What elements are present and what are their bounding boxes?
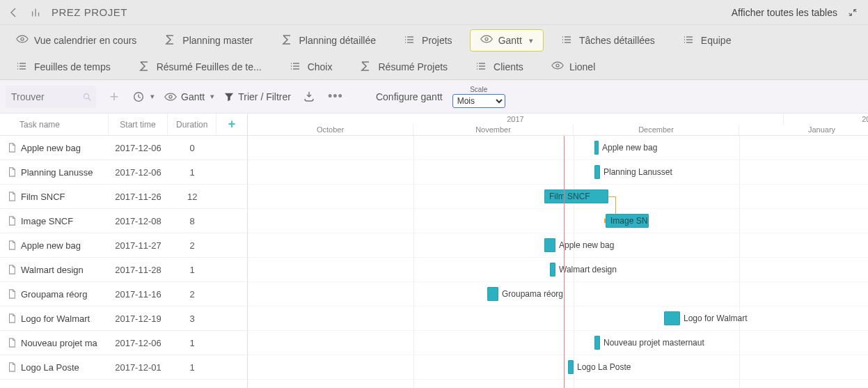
table-row[interactable]: Logo La Poste2017-12-011 [0,355,247,380]
table-row[interactable]: Apple new bag2017-12-060 [0,136,247,160]
chevron-down-icon: ▾ [529,36,533,45]
gantt-bar[interactable]: Nouveau projet masternaut [594,336,600,350]
tab-label: Feuilles de temps [34,61,111,72]
add-column-icon[interactable]: + [228,117,236,132]
tab-label: Vue calendrier en cours [34,35,136,46]
file-icon [7,167,17,177]
scale-select[interactable]: Mois [452,94,505,108]
tab-feuilles-temps[interactable]: Feuilles de temps [6,56,121,78]
tab-clients[interactable]: Clients [465,56,534,78]
file-icon [7,192,17,201]
task-duration: 1 [168,167,216,178]
task-duration: 1 [168,362,216,373]
tab-resume-feuilles[interactable]: Résumé Feuilles de te... [128,56,272,78]
gantt-bar[interactable]: Walmart design [550,263,555,277]
list-icon [290,61,302,73]
view-picker[interactable]: Gantt ▾ [164,91,214,102]
tab-vue-calendrier[interactable]: Vue calendrier en cours [6,29,147,52]
timeline-month: January [739,125,868,136]
task-table-header: Task name Start time Duration + [0,114,247,136]
gantt-row[interactable]: Walmart design [248,258,868,282]
task-name: Apple new bag [21,143,81,153]
gantt-bar[interactable]: Apple new bag [594,141,599,155]
collapse-icon[interactable] [844,4,861,21]
task-name: Logo for Walmart [21,313,90,324]
gantt-bar[interactable]: Image SNCF [606,214,649,228]
add-button[interactable]: + [106,88,123,105]
eye-icon [551,61,564,73]
gantt-body[interactable]: Apple new bagPlanning LanussetFilm SNCFI… [248,136,868,388]
tab-planning-detail[interactable]: Planning détaillée [271,29,387,52]
col-header-add: + [216,114,247,135]
gantt-row[interactable]: Planning Lanusset [248,160,868,185]
tab-equipe[interactable]: Equipe [672,29,742,52]
tab-lionel[interactable]: Lionel [541,56,606,78]
gantt-bar-label: Image SNCF [606,216,648,226]
tab-resume-projets[interactable]: Résumé Projets [349,56,458,78]
table-row[interactable]: Groupama réorg2017-11-162 [0,282,247,306]
col-header-name[interactable]: Task name [0,114,109,135]
gantt-main: Task name Start time Duration + Apple ne… [0,114,868,388]
search-input[interactable] [6,86,96,108]
gantt-row[interactable]: Film SNCF [248,185,868,209]
gantt-row[interactable]: Logo for Walmart [248,306,868,331]
gantt-row[interactable]: Apple new bag [248,136,868,160]
task-name: Apple new bag [21,240,81,251]
tab-gantt[interactable]: Gantt▾ [470,29,544,52]
sigma-icon [281,34,294,47]
sigma-icon [360,61,372,73]
view-picker-label: Gantt [181,91,205,102]
back-button[interactable] [7,7,21,18]
tab-planning-master[interactable]: Planning master [154,29,263,52]
show-all-tables-link[interactable]: Afficher toutes les tables [732,7,837,18]
gantt-row[interactable]: Groupama réorg [248,282,868,306]
gantt-bar-label: Apple new bag [602,143,657,153]
task-start: 2017-12-19 [109,313,168,324]
gantt-bar-label: Walmart design [559,265,617,274]
gantt-bar[interactable]: Logo La Poste [568,360,574,374]
tab-taches-detail[interactable]: Tâches détaillées [551,29,665,52]
bar-chart-icon[interactable] [28,4,45,21]
tab-choix[interactable]: Choix [279,56,343,78]
svg-point-3 [21,38,24,40]
gantt-row[interactable]: Image SNCF [248,209,868,233]
configure-gantt-button[interactable]: Configure gantt [376,91,443,102]
list-icon [16,61,29,73]
task-name: Image SNCF [21,216,73,226]
file-icon [7,143,17,153]
gantt-row[interactable]: Nouveau projet masternaut [248,331,868,355]
col-header-start[interactable]: Start time [109,114,168,135]
gantt-bar[interactable]: Logo for Walmart [664,311,680,325]
task-table: Task name Start time Duration + Apple ne… [0,114,248,388]
table-row[interactable]: Film SNCF2017-11-2612 [0,185,247,209]
more-icon[interactable]: ••• [327,88,344,105]
table-row[interactable]: Planning Lanusse2017-12-061 [0,160,247,185]
download-icon[interactable] [301,88,317,105]
view-tabs: Vue calendrier en coursPlanning masterPl… [0,25,868,80]
tab-projets[interactable]: Projets [393,29,463,52]
tab-label: Equipe [701,35,732,46]
tab-label: Résumé Projets [378,61,448,72]
table-row[interactable]: Nouveau projet ma2017-12-061 [0,331,247,355]
gantt-bar-label: Groupama réorg [502,289,563,299]
task-start: 2017-12-06 [109,167,168,178]
history-button[interactable]: ▾ [132,91,155,103]
gantt-bar[interactable]: Film SNCF [544,189,608,203]
table-row[interactable]: Apple new bag2017-11-272 [0,233,247,258]
gantt-row[interactable]: Apple new bag [248,233,868,258]
task-start: 2017-11-28 [109,265,168,275]
sort-filter-button[interactable]: Trier / Filtrer [224,91,291,102]
gantt-bar[interactable]: Apple new bag [544,238,555,252]
table-row[interactable]: Logo for Walmart2017-12-193 [0,306,247,331]
task-name: Walmart design [21,265,84,275]
dependency-line [608,196,615,197]
configure-label: Configure gantt [376,91,443,102]
gantt-row[interactable]: Logo La Poste [248,355,868,380]
table-row[interactable]: Walmart design2017-11-281 [0,258,247,282]
gantt-bar[interactable]: Planning Lanusset [594,165,600,179]
gantt-bar-label: Planning Lanusset [603,167,672,177]
col-header-duration[interactable]: Duration [168,114,216,135]
gantt-bar[interactable]: Groupama réorg [487,287,498,301]
task-duration: 2 [168,240,216,251]
table-row[interactable]: Image SNCF2017-12-088 [0,209,247,233]
